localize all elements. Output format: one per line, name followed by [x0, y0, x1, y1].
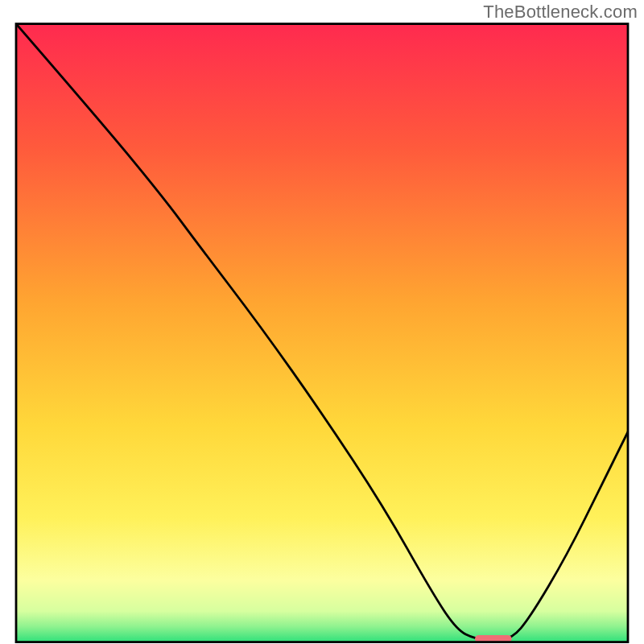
bottleneck-chart: TheBottleneck.com: [0, 0, 644, 644]
watermark-text: TheBottleneck.com: [483, 2, 638, 23]
chart-svg: [0, 0, 644, 644]
gradient-background: [16, 24, 628, 642]
